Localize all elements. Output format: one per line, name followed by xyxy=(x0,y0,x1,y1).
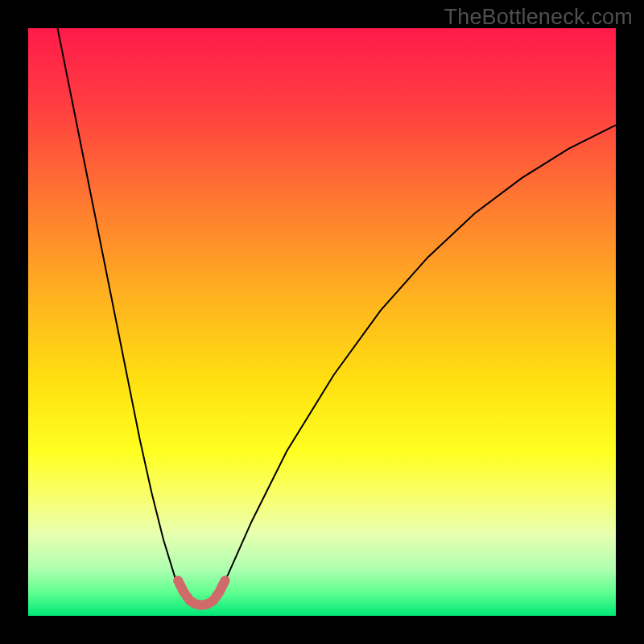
watermark-text: TheBottleneck.com xyxy=(444,5,633,30)
plot-area xyxy=(28,28,616,616)
chart-svg xyxy=(28,28,616,616)
chart-frame: TheBottleneck.com xyxy=(0,0,644,644)
